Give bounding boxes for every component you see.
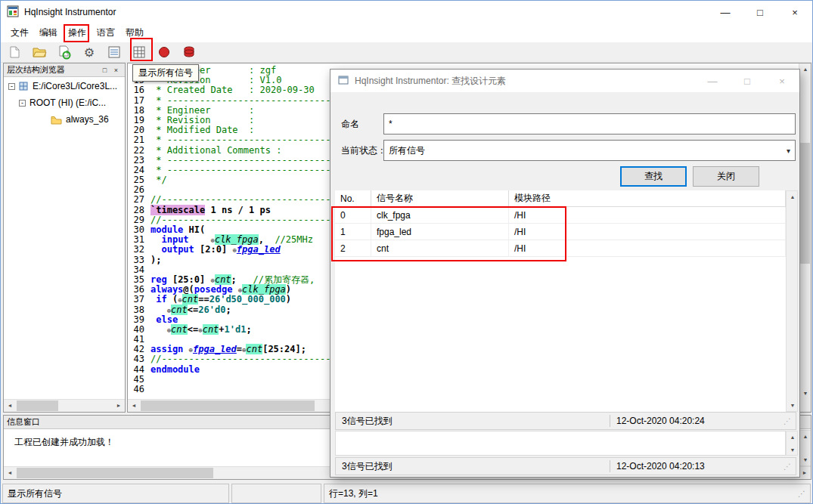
- settings-button[interactable]: ⚙: [80, 43, 98, 61]
- timestamp-1: 12-Oct-2020 04:20:24: [610, 416, 784, 426]
- scrollbar-track[interactable]: [799, 442, 811, 454]
- line-number: 27: [128, 195, 150, 205]
- open-project-button[interactable]: [30, 43, 48, 61]
- scroll-right-icon[interactable]: ►: [113, 400, 125, 411]
- column-header-3[interactable]: 模块路径: [509, 190, 786, 206]
- scroll-up-icon[interactable]: ▲: [799, 63, 811, 75]
- scrollbar-thumb[interactable]: [800, 143, 810, 264]
- tree-expander-icon[interactable]: -: [8, 83, 15, 90]
- scrollbar-track[interactable]: [16, 400, 113, 412]
- chip-icon: [18, 81, 29, 91]
- close-button[interactable]: ×: [777, 1, 812, 23]
- new-document-button[interactable]: [5, 43, 23, 61]
- menu-bar: 文件编辑操作语言帮助: [1, 23, 812, 42]
- hierarchy-view-button[interactable]: [105, 43, 123, 61]
- dialog-maximize-button[interactable]: □: [730, 70, 765, 92]
- signal-row-cnt[interactable]: 2cnt/HI: [335, 240, 786, 257]
- table-cell: fpga_led: [371, 224, 509, 240]
- menu-item-1[interactable]: 文件: [5, 23, 34, 42]
- tree-item-label: ROOT (HI) (E:/iC...: [29, 97, 106, 108]
- line-number: 23: [128, 156, 150, 165]
- table-cell: 1: [335, 224, 371, 240]
- line-number: 44: [128, 365, 150, 375]
- scrollbar-thumb[interactable]: [17, 468, 213, 478]
- panel-close-icon[interactable]: ×: [110, 66, 122, 74]
- resize-grip-icon[interactable]: ⋰: [798, 490, 805, 498]
- dialog-log-area[interactable]: [335, 431, 786, 456]
- resize-grip-icon[interactable]: ⋰: [784, 462, 796, 471]
- panel-float-icon[interactable]: □: [99, 66, 110, 74]
- scroll-right-icon[interactable]: ►: [799, 467, 811, 478]
- table-cell: 0: [335, 207, 371, 223]
- resize-grip-icon[interactable]: ⋰: [784, 417, 796, 425]
- table-cell: /HI: [509, 240, 786, 256]
- dialog-title-bar: HqInsight Instrumentor: 查找设计元素 — □ ×: [330, 70, 799, 92]
- scroll-up-icon[interactable]: ▲: [787, 191, 799, 203]
- dialog-close-action-button[interactable]: 关闭: [693, 166, 759, 187]
- line-number: 43: [128, 354, 150, 364]
- table-vscrollbar[interactable]: ▲ ▼: [786, 190, 798, 412]
- tree-item-2[interactable]: -ROOT (HI) (E:/iC...: [4, 94, 125, 111]
- scroll-up-icon[interactable]: ▲: [787, 431, 799, 442]
- signal-database-button[interactable]: [180, 43, 198, 61]
- window-title: HqInsight Instrumentor: [24, 7, 116, 17]
- scrollbar-track[interactable]: [787, 442, 797, 444]
- menu-item-3[interactable]: 操作: [63, 23, 92, 42]
- record-button[interactable]: [155, 43, 173, 61]
- hierarchy-hscrollbar[interactable]: ◄ ►: [4, 399, 125, 412]
- menu-item-2[interactable]: 编辑: [34, 23, 63, 42]
- line-number: 28: [128, 206, 150, 215]
- scroll-left-icon[interactable]: ◄: [4, 467, 16, 478]
- line-number: 17: [128, 96, 150, 106]
- state-dropdown[interactable]: 所有信号 ▾: [383, 140, 796, 161]
- line-number: 33: [128, 255, 150, 265]
- column-header-1[interactable]: No.: [335, 190, 371, 206]
- tree-expander-icon[interactable]: -: [19, 100, 26, 107]
- signal-row-clk_fpga[interactable]: 0clk_fpga/HI: [335, 207, 786, 224]
- status-bar: 显示所有信号 行=13, 列=1 ⋰: [2, 484, 811, 503]
- tree-item-1[interactable]: -E:/iCore3L/iCore3L...: [4, 78, 125, 94]
- line-number: 22: [128, 146, 150, 156]
- menu-item-4[interactable]: 语言: [92, 23, 120, 42]
- column-header-2[interactable]: 信号名称: [371, 190, 509, 206]
- log-vscrollbar[interactable]: ▲ ▼: [786, 431, 798, 456]
- dialog-status-bar-1: 3信号已找到 12-Oct-2020 04:20:24 ⋰: [335, 412, 796, 430]
- scrollbar-track[interactable]: [787, 203, 797, 400]
- scroll-left-icon[interactable]: ◄: [128, 400, 140, 411]
- info-vscrollbar[interactable]: ▲ ▼: [799, 430, 811, 466]
- scrollbar-thumb[interactable]: [141, 400, 315, 411]
- new-document-icon: [8, 45, 21, 59]
- show-all-signals-button[interactable]: [130, 43, 148, 61]
- hierarchy-tree: -E:/iCore3L/iCore3L...-ROOT (HI) (E:/iC.…: [4, 78, 125, 399]
- main-window: HqInsight Instrumentor — □ × 文件编辑操作语言帮助 …: [0, 0, 813, 504]
- export-project-button[interactable]: [55, 43, 73, 61]
- status-cursor-position: 行=13, 列=1 ⋰: [324, 484, 811, 503]
- tree-item-3[interactable]: always_36: [4, 111, 125, 128]
- scroll-left-icon[interactable]: ◄: [4, 400, 16, 411]
- line-number: 18: [128, 106, 150, 116]
- scroll-down-icon[interactable]: ▼: [787, 444, 799, 455]
- scroll-down-icon[interactable]: ▼: [787, 400, 799, 411]
- hierarchy-view-icon: [107, 45, 121, 59]
- editor-vscrollbar[interactable]: ▲ ▼: [799, 63, 811, 400]
- table-cell: /HI: [509, 207, 786, 223]
- name-input[interactable]: [383, 113, 796, 135]
- settings-icon: ⚙: [84, 45, 95, 60]
- scrollbar-track[interactable]: [799, 75, 811, 388]
- signal-row-fpga_led[interactable]: 1fpga_led/HI: [335, 224, 786, 240]
- toolbar: ⚙: [1, 42, 812, 63]
- scroll-down-icon[interactable]: ▼: [799, 388, 811, 399]
- scroll-up-icon[interactable]: ▲: [799, 431, 811, 442]
- maximize-button[interactable]: □: [743, 1, 777, 23]
- table-cell: cnt: [371, 240, 509, 256]
- title-bar: HqInsight Instrumentor — □ ×: [1, 1, 812, 23]
- find-button[interactable]: 查找: [620, 166, 687, 187]
- line-number: 39: [128, 315, 150, 325]
- scroll-down-icon[interactable]: ▼: [799, 454, 811, 465]
- scrollbar-thumb[interactable]: [17, 400, 58, 411]
- dialog-close-button[interactable]: ×: [765, 70, 799, 92]
- minimize-button[interactable]: —: [708, 1, 743, 23]
- menu-item-5[interactable]: 帮助: [120, 23, 149, 42]
- dialog-minimize-button[interactable]: —: [695, 70, 730, 92]
- probe-icon: ⊕: [198, 326, 202, 334]
